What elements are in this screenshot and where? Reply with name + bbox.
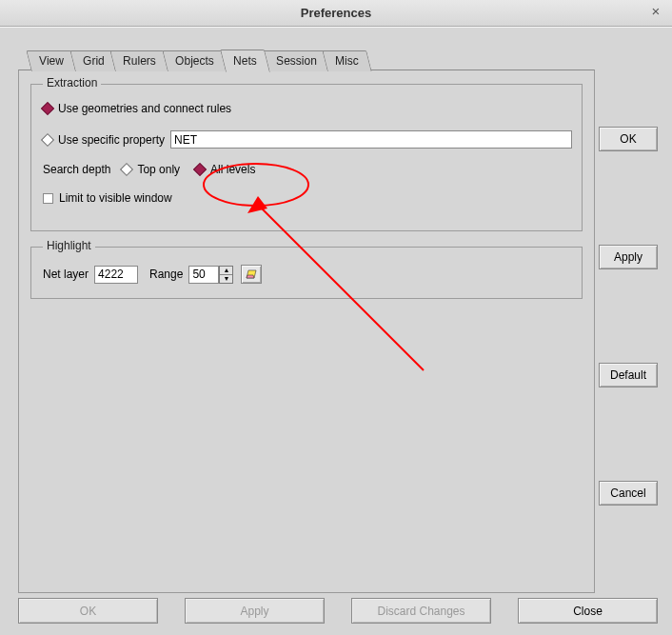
- chevron-up-icon[interactable]: ▲: [220, 267, 232, 275]
- search-depth-label: Search depth: [43, 163, 110, 176]
- radio-top-only-label: Top only: [137, 163, 180, 176]
- radio-all-levels-label: All levels: [210, 163, 255, 176]
- window-body: View Grid Rulers Objects Nets Session Mi…: [0, 27, 672, 635]
- tab-row: View Grid Rulers Objects Nets Session Mi…: [29, 49, 367, 71]
- radio-top-only[interactable]: [120, 163, 133, 176]
- ok-button[interactable]: OK: [599, 127, 658, 151]
- range-label: Range: [149, 268, 183, 281]
- netlayer-label: Net layer: [43, 268, 89, 281]
- bottom-discard-button[interactable]: Discard Changes: [351, 598, 491, 624]
- tab-view[interactable]: View: [26, 50, 76, 71]
- titlebar: Preferences ×: [0, 0, 672, 27]
- cancel-button[interactable]: Cancel: [599, 481, 658, 506]
- netlayer-input[interactable]: [94, 266, 138, 284]
- radio-geometry[interactable]: [41, 102, 54, 115]
- tab-session[interactable]: Session: [263, 50, 329, 71]
- tab-objects[interactable]: Objects: [162, 50, 227, 71]
- tab-rulers[interactable]: Rulers: [110, 50, 169, 71]
- bottom-close-button[interactable]: Close: [518, 598, 658, 624]
- range-spinner[interactable]: ▲ ▼: [219, 266, 233, 284]
- svg-marker-1: [247, 275, 254, 278]
- radio-all-levels[interactable]: [193, 163, 207, 176]
- highlight-legend: Highlight: [43, 239, 95, 252]
- side-button-column: OK Apply Default Cancel: [599, 127, 658, 506]
- tab-panel: Extraction Use geometries and connect ru…: [18, 69, 595, 593]
- close-icon[interactable]: ×: [647, 4, 664, 21]
- bottom-ok-button[interactable]: OK: [18, 598, 158, 624]
- checkbox-limit-visible-label: Limit to visible window: [59, 191, 172, 205]
- radio-specific-property[interactable]: [41, 132, 54, 146]
- window-title: Preferences: [301, 6, 371, 20]
- tab-nets[interactable]: Nets: [220, 50, 270, 72]
- tab-misc[interactable]: Misc: [322, 50, 371, 71]
- extraction-legend: Extraction: [43, 76, 101, 89]
- radio-geometry-label: Use geometries and connect rules: [58, 102, 231, 115]
- eraser-icon: [245, 268, 258, 280]
- apply-button[interactable]: Apply: [599, 245, 658, 269]
- groupbox-highlight: Highlight Net layer Range ▲ ▼: [30, 247, 583, 299]
- default-button[interactable]: Default: [599, 363, 658, 387]
- eraser-button[interactable]: [241, 265, 262, 284]
- checkbox-limit-visible[interactable]: [43, 193, 53, 204]
- bottom-button-bar: OK Apply Discard Changes Close: [18, 598, 658, 624]
- range-input[interactable]: [188, 266, 219, 284]
- specific-property-input[interactable]: [170, 130, 572, 149]
- groupbox-extraction: Extraction Use geometries and connect ru…: [30, 84, 583, 231]
- chevron-down-icon[interactable]: ▼: [220, 275, 232, 283]
- radio-specific-property-label: Use specific property: [58, 133, 165, 147]
- bottom-apply-button[interactable]: Apply: [185, 598, 325, 624]
